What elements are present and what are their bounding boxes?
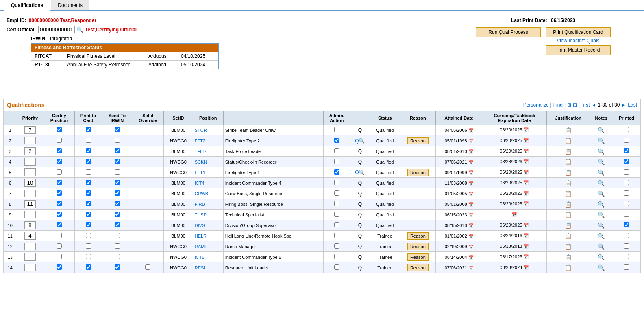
justification-icon[interactable]: 📋 xyxy=(565,190,572,197)
checkbox[interactable] xyxy=(334,233,339,238)
setid-override-cell[interactable] xyxy=(132,241,164,252)
checkbox[interactable] xyxy=(624,222,629,227)
checkbox[interactable] xyxy=(334,127,339,132)
notes-cell[interactable]: 🔍 xyxy=(590,241,613,252)
cal-icon[interactable]: 📅 xyxy=(523,138,529,143)
notes-icon[interactable]: 🔍 xyxy=(598,138,605,144)
admin-action-cell[interactable] xyxy=(323,157,350,167)
print-master-button[interactable]: Print Master Record xyxy=(546,45,611,55)
notes-cell[interactable]: 🔍 xyxy=(590,125,613,135)
position-code-cell[interactable]: HELR xyxy=(193,231,223,241)
printed-cell[interactable] xyxy=(613,199,640,210)
send-irwin-cell[interactable] xyxy=(102,199,132,210)
reason-cell[interactable] xyxy=(400,157,435,167)
justification-cell[interactable]: 📋 xyxy=(547,167,590,178)
notes-icon[interactable]: 🔍 xyxy=(598,264,605,271)
print-card-cell[interactable] xyxy=(74,157,102,167)
justification-cell[interactable]: 📋 xyxy=(547,199,590,210)
printed-cell[interactable] xyxy=(613,241,640,252)
certify-cell[interactable] xyxy=(44,135,74,146)
printed-cell[interactable] xyxy=(613,146,640,157)
cal-icon[interactable]: 📅 xyxy=(523,191,529,196)
checkbox[interactable] xyxy=(57,190,62,196)
admin-action-cell[interactable] xyxy=(323,220,350,231)
last-btn[interactable]: Last xyxy=(628,102,637,108)
setid-override-cell[interactable] xyxy=(132,199,164,210)
admin-action-cell[interactable] xyxy=(323,262,350,273)
checkbox[interactable] xyxy=(624,190,629,196)
reason-button[interactable]: Reason xyxy=(407,169,429,176)
reason-button[interactable]: Reason xyxy=(407,264,429,271)
setid-override-cell[interactable] xyxy=(132,210,164,220)
justification-icon[interactable]: 📋 xyxy=(565,169,572,176)
checkbox[interactable] xyxy=(115,212,120,217)
position-code-cell[interactable]: DIVS xyxy=(193,220,223,231)
justification-icon[interactable]: 📋 xyxy=(565,254,572,260)
notes-cell[interactable]: 🔍 xyxy=(590,146,613,157)
justification-cell[interactable]: 📋 xyxy=(547,157,590,167)
position-code-cell[interactable]: FFT2 xyxy=(193,135,223,146)
send-irwin-cell[interactable] xyxy=(102,135,132,146)
notes-icon[interactable]: 🔍 xyxy=(598,222,605,229)
checkbox[interactable] xyxy=(57,159,62,164)
certify-cell[interactable] xyxy=(44,220,74,231)
cal-icon[interactable]: 📅 xyxy=(523,233,529,238)
checkbox[interactable] xyxy=(86,127,91,132)
reason-cell[interactable]: Reason xyxy=(400,135,435,146)
setid-override-cell[interactable] xyxy=(132,188,164,199)
priority-input[interactable] xyxy=(24,158,36,166)
printed-cell[interactable] xyxy=(613,178,640,188)
notes-cell[interactable]: 🔍 xyxy=(590,220,613,231)
notes-icon[interactable]: 🔍 xyxy=(598,243,605,250)
attained-cal-icon[interactable]: 📅 xyxy=(468,160,473,164)
checkbox[interactable] xyxy=(86,254,91,259)
certify-cell[interactable] xyxy=(44,167,74,178)
send-irwin-cell[interactable] xyxy=(102,220,132,231)
checkbox[interactable] xyxy=(57,148,62,153)
admin-action-cell[interactable] xyxy=(323,188,350,199)
attained-cal-icon[interactable]: 📅 xyxy=(468,139,473,143)
justification-icon[interactable]: 📋 xyxy=(565,233,572,239)
justification-icon[interactable]: 📋 xyxy=(565,159,572,165)
certify-cell[interactable] xyxy=(44,157,74,167)
send-irwin-cell[interactable] xyxy=(102,146,132,157)
setid-override-cell[interactable] xyxy=(132,167,164,178)
priority-input[interactable] xyxy=(24,190,36,197)
checkbox[interactable] xyxy=(334,222,339,227)
checkbox[interactable] xyxy=(57,201,62,206)
justification-cell[interactable]: 📋 xyxy=(547,178,590,188)
certify-cell[interactable] xyxy=(44,178,74,188)
checkbox[interactable] xyxy=(86,264,91,270)
checkbox[interactable] xyxy=(115,254,120,259)
checkbox[interactable] xyxy=(145,264,150,270)
print-card-cell[interactable] xyxy=(74,220,102,231)
checkbox[interactable] xyxy=(115,264,120,270)
print-card-cell[interactable] xyxy=(74,231,102,241)
justification-icon[interactable]: 📋 xyxy=(565,243,572,250)
justification-icon[interactable]: 📋 xyxy=(565,127,572,133)
notes-cell[interactable]: 🔍 xyxy=(590,157,613,167)
checkbox[interactable] xyxy=(86,148,91,153)
send-irwin-cell[interactable] xyxy=(102,157,132,167)
run-qual-button[interactable]: Run Qual Process xyxy=(476,27,541,37)
justification-cell[interactable]: 📋 xyxy=(547,252,590,262)
setid-override-cell[interactable] xyxy=(132,220,164,231)
checkbox[interactable] xyxy=(57,127,62,132)
position-code-cell[interactable]: SCKN xyxy=(193,157,223,167)
position-code-cell[interactable]: RAMP xyxy=(193,241,223,252)
checkbox[interactable] xyxy=(624,201,629,206)
notes-icon[interactable]: 🔍 xyxy=(598,180,605,186)
notes-cell[interactable]: 🔍 xyxy=(590,262,613,273)
justification-icon[interactable]: 📋 xyxy=(565,212,572,218)
position-code-cell[interactable]: FIRB xyxy=(193,199,223,210)
checkbox[interactable] xyxy=(115,148,120,153)
cal-icon[interactable]: 📅 xyxy=(523,170,529,175)
justification-cell[interactable]: 📋 xyxy=(547,231,590,241)
checkbox[interactable] xyxy=(57,169,62,175)
checkbox[interactable] xyxy=(624,254,629,259)
checkbox[interactable] xyxy=(334,243,339,249)
checkbox[interactable] xyxy=(86,180,91,185)
printed-cell[interactable] xyxy=(613,252,640,262)
send-irwin-cell[interactable] xyxy=(102,178,132,188)
justification-icon[interactable]: 📋 xyxy=(565,201,572,208)
